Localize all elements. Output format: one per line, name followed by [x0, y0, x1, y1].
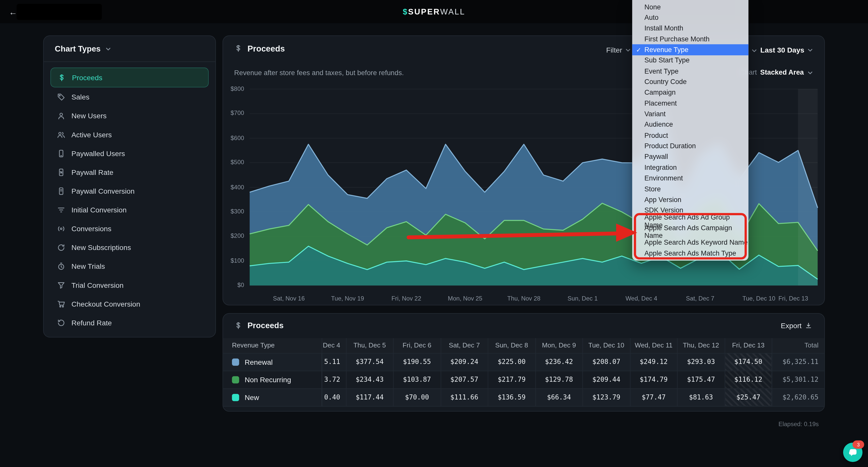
sidebar-item-initial-conversion[interactable]: Initial Conversion — [50, 200, 209, 219]
cart-icon — [57, 299, 65, 308]
groupby-option-variant[interactable]: Variant — [632, 109, 748, 119]
value-cell: $207.57 — [441, 371, 488, 389]
groupby-option-product[interactable]: Product — [632, 130, 748, 141]
sidebar-item-active-users[interactable]: Active Users — [50, 125, 209, 144]
sidebar-item-checkout-conversion[interactable]: Checkout Conversion — [50, 294, 209, 313]
check-icon: ✓ — [636, 46, 641, 53]
column-header: Sun, Dec 8 — [488, 338, 535, 353]
groupby-option-label: First Purchase Month — [644, 35, 710, 43]
series-swatch — [232, 394, 239, 401]
x-axis-tick-label: Tue, Nov 19 — [317, 295, 379, 302]
total-cell: $6,325.11 — [772, 353, 825, 371]
groupby-option-placement[interactable]: Placement — [632, 98, 748, 109]
export-label: Export — [781, 322, 802, 330]
groupby-option-country-code[interactable]: Country Code — [632, 77, 748, 87]
value-cell: $103.87 — [393, 371, 441, 389]
groupby-option-install-month[interactable]: Install Month — [632, 23, 748, 34]
groupby-option-audience[interactable]: Audience — [632, 119, 748, 130]
value-cell: $116.12 — [724, 371, 772, 389]
column-header: Fri, Dec 13 — [724, 338, 772, 353]
value-cell: $123.79 — [583, 388, 630, 406]
table-panel-title-row: Proceeds — [234, 321, 284, 330]
x-axis-tick-label: Sat, Nov 16 — [258, 295, 320, 302]
value-cell: $209.24 — [441, 353, 488, 371]
groupby-option-app-version[interactable]: App Version — [632, 194, 748, 205]
value-cell: $209.44 — [583, 371, 630, 389]
chat-widget-button[interactable]: 3 — [843, 443, 862, 462]
groupby-option-integration[interactable]: Integration — [632, 162, 748, 173]
table-row-renewal: Renewal 5.11$377.54$190.55$209.24$225.00… — [223, 353, 825, 371]
groupby-option-label: Auto — [644, 14, 658, 22]
dollar-icon — [234, 321, 243, 329]
tag-icon — [57, 93, 65, 101]
sidebar-item-refund-rate[interactable]: Refund Rate — [50, 313, 209, 332]
groupby-option-apple-search-ads-keyword-name[interactable]: Apple Search Ads Keyword Name — [632, 237, 748, 248]
groupby-option-campaign[interactable]: Campaign — [632, 87, 748, 98]
groupby-option-auto[interactable]: Auto — [632, 12, 748, 23]
clock-icon — [57, 262, 65, 270]
app: ← $SUPERWALL Chart Types Proceeds Sales … — [0, 0, 868, 467]
logo-wall: WALL — [440, 7, 465, 16]
sidebar-item-conversions[interactable]: Conversions — [50, 219, 209, 238]
elapsed-status: Elapsed: 0.19s — [778, 421, 819, 427]
groupby-option-product-duration[interactable]: Product Duration — [632, 141, 748, 152]
chevron-down-icon — [105, 46, 111, 52]
value-cell: $208.07 — [583, 353, 630, 371]
groupby-option-apple-search-ads-campaign-name[interactable]: Apple Search Ads Campaign Name — [632, 226, 748, 237]
groupby-option-label: None — [644, 3, 661, 11]
value-cell: $249.12 — [630, 353, 677, 371]
sidebar-item-trial-conversion[interactable]: Trial Conversion — [50, 276, 209, 294]
filter-label: Filter — [606, 46, 622, 54]
sidebar-item-paywall-conversion[interactable]: Paywall Conversion — [50, 181, 209, 200]
sidebar-item-paywall-rate[interactable]: Paywall Rate — [50, 163, 209, 181]
date-range-button[interactable]: Last 30 Days — [757, 45, 816, 55]
table-scroll-area[interactable]: Revenue TypeDec 4Thu, Dec 5Fri, Dec 6Sat… — [223, 338, 825, 406]
value-cell: $217.79 — [488, 371, 535, 389]
sidebar-item-new-subscriptions[interactable]: New Subscriptions — [50, 238, 209, 257]
groupby-option-label: App Version — [644, 196, 681, 204]
sidebar-item-new-users[interactable]: New Users — [50, 106, 209, 125]
groupby-option-first-purchase-month[interactable]: First Purchase Month — [632, 34, 748, 44]
table-row-new: New 0.40$117.44$70.00$111.66$136.59$66.3… — [223, 388, 825, 406]
chart-types-panel: Chart Types Proceeds Sales New Users Act… — [43, 36, 216, 338]
y-axis-tick-label: $700 — [223, 110, 244, 116]
value-cell: $25.47 — [724, 388, 772, 406]
group-by-chevron-down-icon[interactable] — [751, 47, 757, 54]
groupby-option-label: Revenue Type — [644, 46, 688, 54]
value-cell: $225.00 — [488, 353, 535, 371]
chart-subtitle: Revenue after store fees and taxes, but … — [234, 69, 404, 77]
table-header-row: Revenue TypeDec 4Thu, Dec 5Fri, Dec 6Sat… — [223, 338, 825, 353]
sidebar-item-new-trials[interactable]: New Trials — [50, 257, 209, 275]
value-cell: $77.47 — [630, 388, 677, 406]
groupby-option-apple-search-ads-match-type[interactable]: Apple Search Ads Match Type — [632, 248, 748, 258]
logo-super: SUPER — [408, 7, 440, 16]
signal-icon — [57, 224, 65, 233]
groupby-option-sub-start-type[interactable]: Sub Start Type — [632, 55, 748, 66]
sidebar-item-sales[interactable]: Sales — [50, 87, 209, 106]
refresh-icon — [57, 243, 65, 252]
chevron-down-icon — [625, 47, 631, 53]
chart-type-selector[interactable]: Chart Stacked Area — [737, 68, 817, 77]
value-cell: $293.03 — [677, 353, 724, 371]
sidebar-item-label: Refund Rate — [71, 319, 112, 327]
download-icon — [805, 322, 812, 329]
groupby-option-label: Apple Search Ads Keyword Name — [644, 239, 748, 246]
chart-types-header[interactable]: Chart Types — [44, 36, 215, 62]
value-cell: $81.63 — [677, 388, 724, 406]
groupby-option-environment[interactable]: Environment — [632, 173, 748, 184]
sidebar-item-proceeds[interactable]: Proceeds — [50, 68, 209, 87]
export-button[interactable]: Export — [777, 321, 815, 330]
groupby-option-label: Variant — [644, 110, 665, 118]
groupby-option-store[interactable]: Store — [632, 184, 748, 194]
groupby-option-event-type[interactable]: Event Type — [632, 66, 748, 77]
groupby-option-revenue-type[interactable]: ✓Revenue Type — [632, 44, 748, 55]
filter-button[interactable]: Filter — [603, 45, 634, 55]
groupby-option-paywall[interactable]: Paywall — [632, 152, 748, 162]
groupby-option-label: Placement — [644, 99, 677, 107]
groupby-option-none[interactable]: None — [632, 2, 748, 12]
value-cell: $136.59 — [488, 388, 535, 406]
sidebar-item-paywalled-users[interactable]: Paywalled Users — [50, 144, 209, 163]
column-header: Total — [772, 338, 825, 353]
chart-type-value: Stacked Area — [760, 69, 804, 76]
chart-panel-title-row: Proceeds — [234, 44, 285, 53]
